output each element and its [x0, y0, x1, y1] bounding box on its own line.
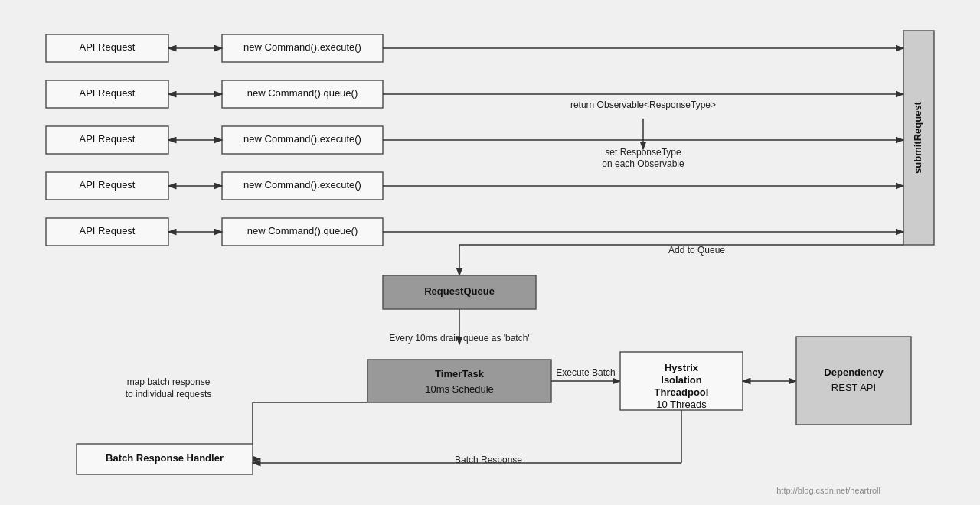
- batch-response-label: Batch Response: [455, 454, 522, 465]
- api-request-1-label: API Request: [80, 41, 136, 53]
- hystrix-label2: Isolation: [661, 374, 702, 386]
- timer-schedule-label: 10ms Schedule: [425, 383, 494, 395]
- request-queue-label: RequestQueue: [424, 285, 495, 297]
- set-response-type-label1: set ResponseType: [605, 147, 681, 158]
- return-observable-label: return Observable<ResponseType>: [570, 99, 716, 110]
- timer-task-label: TimerTask: [435, 368, 485, 380]
- dependency-label1: Dependency: [824, 367, 884, 378]
- map-batch-label1: map batch response: [127, 376, 211, 387]
- command-5-label: new Command().queue(): [247, 225, 358, 236]
- diagram-container: API Request API Request API Request API …: [0, 0, 980, 505]
- set-response-type-label2: on each Observable: [602, 158, 684, 169]
- batch-response-handler-label: Batch Response Handler: [106, 452, 224, 464]
- hystrix-label1: Hystrix: [665, 362, 699, 373]
- map-batch-label2: to individual requests: [126, 389, 212, 399]
- command-1-label: new Command().execute(): [243, 41, 361, 53]
- drain-queue-label: Every 10ms drain queue as 'batch': [389, 333, 529, 344]
- add-to-queue-label: Add to Queue: [668, 245, 725, 256]
- api-request-2-label: API Request: [80, 87, 136, 99]
- api-request-5-label: API Request: [80, 225, 136, 236]
- command-3-label: new Command().execute(): [243, 133, 361, 145]
- submit-request-label: submitRequest: [912, 101, 923, 174]
- hystrix-label4: 10 Threads: [656, 399, 707, 410]
- dependency-label2: REST API: [831, 382, 876, 393]
- svg-rect-2: [0, 0, 980, 505]
- dependency-box: [796, 337, 911, 425]
- watermark: http://blog.csdn.net/heartroll: [776, 486, 880, 495]
- execute-batch-label: Execute Batch: [556, 367, 615, 378]
- command-4-label: new Command().execute(): [243, 179, 361, 191]
- command-2-label: new Command().queue(): [247, 87, 358, 99]
- timer-task-box: [368, 360, 551, 402]
- api-request-3-label: API Request: [80, 133, 136, 145]
- api-request-4-label: API Request: [80, 179, 136, 191]
- hystrix-label3: Threadpool: [655, 386, 709, 398]
